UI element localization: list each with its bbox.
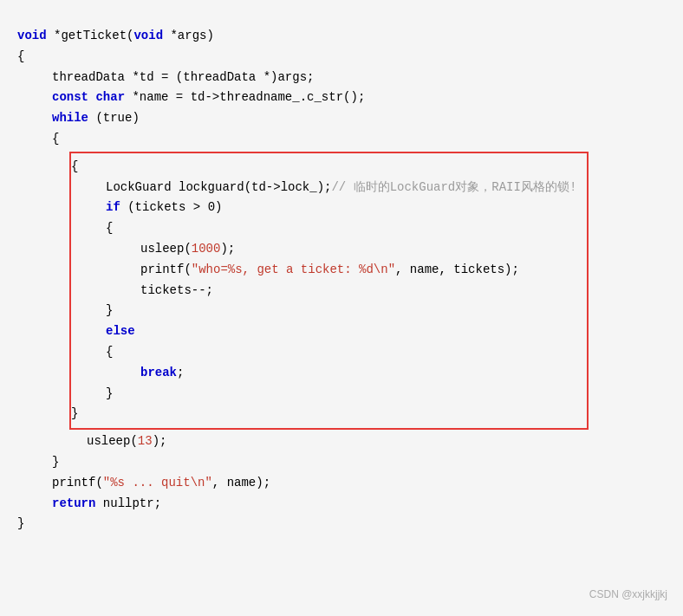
line-while: while (true) [17, 108, 683, 129]
num-13: 13 [138, 431, 153, 452]
line-break: break; [71, 363, 576, 384]
fn-name: getTicket [61, 26, 127, 47]
keyword-if: if [106, 198, 120, 218]
line-thread-data: threadData *td = (threadData *)args; [17, 68, 683, 88]
line-if: if (tickets > 0) [71, 198, 576, 218]
line-tickets-dec: tickets--; [71, 281, 576, 302]
line-open-brace-2: { [17, 129, 683, 150]
keyword-else: else [106, 321, 135, 342]
line-printf2: printf("%s ... quit\n", name); [17, 473, 683, 494]
line-printf1: printf("who=%s, get a ticket: %d\n", nam… [71, 260, 576, 281]
line-close-brace-1: } [17, 514, 683, 535]
keyword-void2: void [133, 26, 163, 47]
line-fn-decl: void *getTicket(void *args) [17, 26, 683, 47]
keyword-void: void [17, 26, 47, 47]
line-else-open: { [71, 342, 576, 363]
line-open-brace-1: { [17, 47, 683, 68]
line-usleep1: usleep(1000); [71, 239, 576, 260]
line-block-open: { [71, 157, 576, 178]
line-lockguard: LockGuard lockguard(td->lock_);// 临时的Loc… [71, 178, 576, 198]
str-printf2: "%s ... quit\n" [103, 473, 212, 494]
line-else-close: } [71, 384, 576, 405]
num-1000: 1000 [192, 239, 221, 260]
line-const-name: const char *name = td->threadname_.c_str… [17, 88, 683, 108]
keyword-char: char [95, 88, 125, 108]
keyword-break: break [140, 363, 177, 384]
line-block-close: } [71, 404, 576, 425]
watermark: CSDN @xxjkkjjkj [589, 588, 667, 600]
line-if-open: { [71, 218, 576, 239]
line-if-close: } [71, 301, 576, 321]
line-else: else [71, 321, 576, 342]
highlighted-region: { LockGuard lockguard(td->lock_);// 临时的L… [69, 152, 589, 430]
str-printf: "who=%s, get a ticket: %d\n" [192, 260, 395, 281]
line-return: return nullptr; [17, 494, 683, 515]
code-block: void *getTicket(void *args) { threadData… [0, 17, 683, 543]
keyword-while: while [52, 108, 88, 129]
keyword-const: const [52, 88, 88, 108]
line-while-close: } [17, 452, 683, 473]
keyword-return: return [52, 494, 95, 515]
line-usleep2: usleep(13); [17, 431, 683, 452]
